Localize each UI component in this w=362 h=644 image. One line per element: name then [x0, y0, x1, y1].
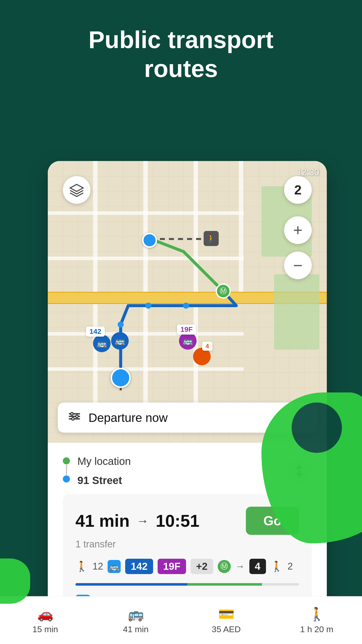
route-duration: 41 min [75, 511, 129, 531]
bus-badge-142[interactable]: 142 [125, 559, 153, 574]
street-v4 [239, 161, 243, 292]
origin-dot [63, 457, 70, 464]
location-dots [63, 455, 70, 482]
walk-icon-1: 🚶 [75, 560, 88, 572]
transport-icons-row: 🚶 12 🚌 142 19F +2 Ⓜ → 4 🚶 2 [75, 559, 299, 574]
street-v3 [194, 161, 198, 292]
zoom-out-button[interactable]: − [284, 252, 312, 279]
bus-label-142: 142 [86, 327, 105, 337]
taxi-icon: 💳 [218, 607, 235, 622]
progress-walk-segment [262, 583, 299, 586]
bus-marker-19f: 🚌 [179, 332, 197, 350]
walk-pin-top: 🚶 [204, 231, 219, 246]
progress-metro-segment [187, 583, 262, 586]
street-v2 [143, 161, 148, 292]
bus-label-19f: 19F [177, 325, 196, 335]
walk-minutes-1: 12 [93, 561, 103, 572]
nav-bus[interactable]: 🚌 41 min [90, 607, 181, 634]
car-icon: 🚗 [37, 607, 54, 622]
departure-label: Departure now [88, 411, 168, 425]
walk-time: 1 h 20 m [300, 624, 333, 634]
park-area-2 [274, 274, 319, 350]
destination-name: 91 Street [77, 474, 131, 487]
bus-nav-icon: 🚌 [128, 607, 144, 622]
bus-badge-19f[interactable]: 19F [158, 559, 186, 574]
origin-name: My location [77, 455, 131, 467]
metro-icon-small: Ⓜ [218, 560, 231, 573]
progress-bus-segment [75, 583, 187, 586]
street-h4 [48, 367, 244, 371]
nav-car[interactable]: 🚗 15 min [0, 607, 90, 634]
metro-stop-marker: Ⓜ [216, 284, 231, 299]
bus-icon-small: 🚌 [108, 560, 121, 573]
route-line-divider [66, 465, 67, 475]
route-progress-bar [75, 583, 299, 586]
map-layers-button[interactable] [63, 176, 90, 204]
route-number-badge[interactable]: 2 [284, 176, 312, 204]
nav-walk[interactable]: 🚶 1 h 20 m [272, 607, 362, 634]
walk-nav-icon: 🚶 [309, 607, 325, 622]
route-start-marker [142, 233, 157, 248]
street-v1 [93, 161, 98, 292]
title-line2: routes [144, 55, 218, 82]
green-decoration-blob-2 [0, 558, 30, 604]
svg-point-11 [76, 415, 78, 418]
title-line1: Public transport [88, 26, 274, 53]
transfer-count: 1 transfer [75, 539, 299, 550]
taxi-price: 35 AED [212, 624, 241, 634]
route-end-marker [111, 368, 131, 388]
car-time: 15 min [32, 624, 58, 634]
svg-marker-6 [70, 184, 83, 191]
svg-point-10 [71, 413, 73, 415]
more-routes-badge[interactable]: +2 [191, 559, 213, 574]
destination-dot [63, 475, 70, 482]
map-area[interactable]: 🚶 Ⓜ 🚌 142 🚌 🚌 19F 4 12:30 2 + − [48, 161, 327, 443]
location-names: My location 91 Street [77, 455, 131, 487]
filter-icon [68, 410, 81, 426]
bottom-navigation: 🚗 15 min 🚌 41 min 💳 35 AED 🚶 1 h 20 m [0, 596, 362, 644]
metro-line-badge[interactable]: 4 [249, 559, 266, 574]
walk-minutes-2: 2 [288, 561, 293, 572]
page-title: Public transport routes [0, 0, 362, 83]
zoom-in-button[interactable]: + [284, 216, 312, 244]
route-arrow-icon: → [137, 514, 149, 528]
bus-label-4: 4 [202, 342, 212, 351]
route-arrival-time: 10:51 [156, 511, 199, 531]
bus-stop-marker-main: 🚌 [111, 332, 129, 350]
layers-icon [69, 182, 84, 197]
main-card: 🚶 Ⓜ 🚌 142 🚌 🚌 19F 4 12:30 2 + − [48, 161, 327, 644]
street-h1 [48, 211, 244, 215]
route-time-row: 41 min → 10:51 Go [75, 507, 299, 535]
walk-icon-2: 🚶 [270, 560, 283, 572]
svg-point-12 [72, 418, 74, 420]
street-h3 [48, 332, 244, 336]
nav-taxi[interactable]: 💳 35 AED [181, 607, 272, 634]
bus-marker-142: 🚌 [93, 335, 111, 352]
bus-time: 41 min [123, 624, 149, 634]
transfer-arrow: → [235, 561, 245, 572]
street-h2 [48, 257, 244, 260]
